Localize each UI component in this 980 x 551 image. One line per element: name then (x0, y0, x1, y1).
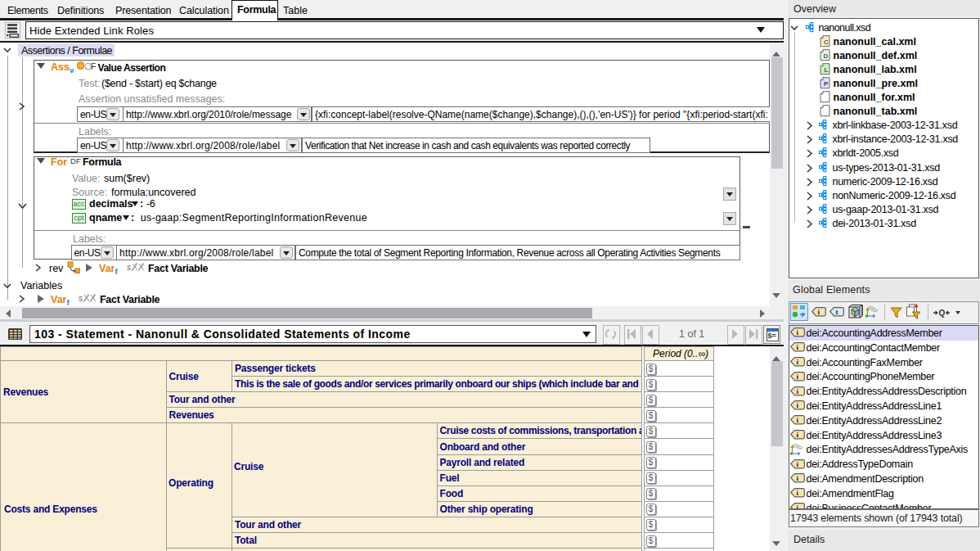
svg-text:C: C (824, 38, 829, 46)
svg-text:L: L (824, 66, 828, 74)
svg-text:P: P (824, 80, 829, 88)
svg-text:s: s (79, 294, 83, 303)
svg-text:Q: Q (939, 309, 946, 318)
svg-text:t: t (836, 308, 838, 316)
svg-text:D: D (823, 52, 828, 60)
svg-text:s: s (127, 263, 131, 272)
